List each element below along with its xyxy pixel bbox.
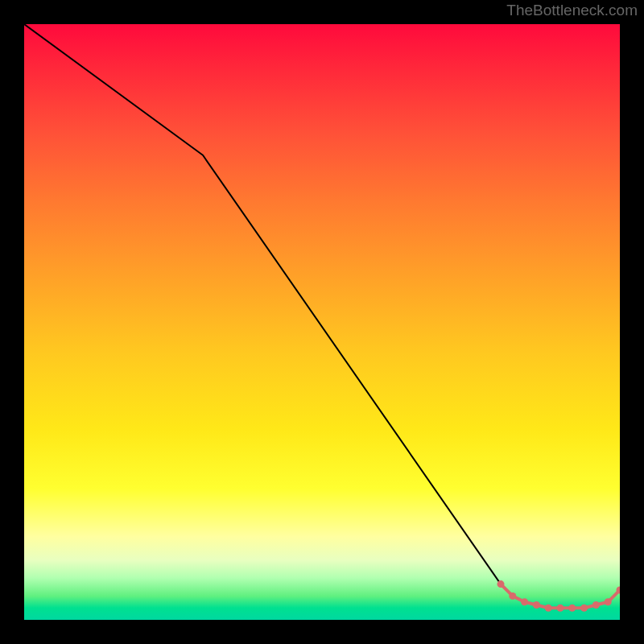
marker-point: [509, 592, 516, 600]
marker-point: [580, 605, 588, 612]
marker-point: [605, 598, 612, 605]
chart-svg: [24, 24, 620, 620]
marker-point: [545, 605, 552, 612]
marker-point: [521, 598, 528, 605]
series-main-curve: [24, 24, 620, 608]
watermark-text: TheBottleneck.com: [506, 2, 638, 19]
chart-plot-area: [24, 24, 620, 620]
marker-point: [557, 605, 564, 612]
marker-point: [568, 605, 576, 612]
marker-point: [497, 580, 505, 588]
marker-point: [592, 601, 600, 609]
marker-point: [533, 601, 540, 609]
